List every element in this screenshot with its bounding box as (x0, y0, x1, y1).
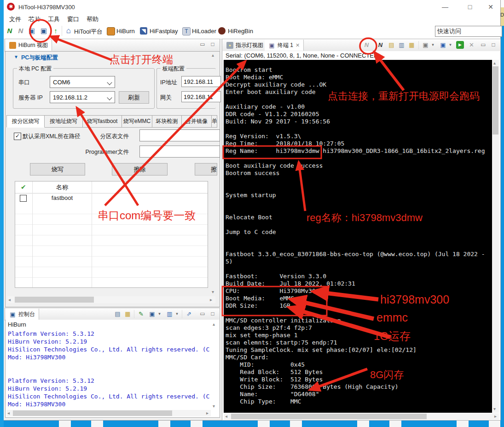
hiburn-panel-minimize-icon[interactable]: ▭ (198, 41, 207, 47)
burn-button[interactable]: 烧写 (30, 163, 85, 175)
terminal-screen[interactable]: Bootrom start Boot Media: eMMC Decrypt a… (224, 60, 492, 413)
section-collapse-icon[interactable]: ▼ (14, 54, 18, 59)
board-ip-input[interactable]: 192.168.11 (181, 76, 221, 87)
menu-help[interactable]: 帮助 (87, 15, 98, 23)
hiregbin-button[interactable]: HiRegBin (228, 28, 253, 35)
vscroll-thumb[interactable] (492, 66, 498, 135)
tab-burn-by-partition[interactable]: 按分区烧写 (6, 115, 45, 128)
terminal-view-icon: ▣ (268, 42, 275, 49)
chevron-down-icon[interactable]: ▾ (156, 310, 163, 317)
hiburn-button[interactable]: HiBurn (116, 28, 135, 35)
tab-clipped[interactable]: 单 (212, 115, 217, 128)
scroll-right-arrow[interactable]: ▸ (494, 414, 497, 419)
scroll-lock-icon[interactable]: ▦ (124, 310, 131, 317)
lock-terminal-icon[interactable]: ▦ (408, 41, 415, 48)
menu-file[interactable]: 文件 (9, 15, 21, 23)
terminate-icon[interactable]: ✕ (468, 41, 475, 48)
hiburn-panel-maximize-icon[interactable]: □ (209, 41, 217, 47)
scroll-left-arrow[interactable]: ◂ (7, 410, 10, 415)
toolbar-separator (418, 41, 419, 49)
tab-burn-emmc[interactable]: 烧写eMMC (122, 115, 152, 128)
select-all-check-icon[interactable]: ✔ (21, 183, 26, 191)
open-console-icon[interactable]: ▥ (166, 310, 173, 317)
titlebar[interactable]: ✱ HiTool-Hi3798MV300 — □ ✕ (4, 0, 500, 14)
tab-terminal-1[interactable]: ▣ 终端 1 ✕ (265, 40, 304, 51)
tab-burn-fastboot[interactable]: 烧写fastboot (83, 115, 122, 128)
display-console-icon[interactable]: ▣ (149, 310, 156, 317)
hiburn-hscrollbar[interactable]: ◂ ▸ (7, 296, 215, 303)
terminal-disconnect-icon[interactable]: N (363, 41, 370, 48)
scroll-up-arrow[interactable]: ▴ (213, 322, 215, 327)
terminal-minimize-icon[interactable]: ▭ (479, 41, 487, 48)
network-config-icon[interactable]: ▣ (28, 27, 36, 35)
gateway-input[interactable]: 192.168.11 (181, 91, 221, 102)
window-close-button[interactable]: ✕ (484, 2, 498, 12)
chevron-down-icon[interactable]: ▾ (447, 41, 454, 48)
hscroll-thumb[interactable] (15, 297, 94, 303)
scroll-up-arrow[interactable]: ▴ (493, 60, 496, 65)
menu-window[interactable]: 窗口 (67, 15, 79, 23)
scroll-left-arrow[interactable]: ◂ (8, 297, 11, 302)
scroll-down-arrow[interactable]: ▾ (493, 406, 496, 411)
scroll-up-arrow[interactable]: ▴ (212, 53, 214, 58)
window-maximize-button[interactable]: □ (463, 2, 477, 12)
clear-console-icon[interactable]: ▤ (114, 310, 121, 317)
hitool-platform-icon[interactable]: ⌂ (64, 27, 73, 35)
partition-file-input[interactable] (139, 129, 220, 141)
console-minimize-icon[interactable]: ▭ (198, 310, 207, 317)
window-minimize-button[interactable]: — (438, 2, 452, 12)
copy-output-icon[interactable]: ▥ (398, 41, 405, 48)
hitool-platform-button[interactable]: HiTool平台 (74, 28, 103, 36)
terminal-connect-icon[interactable]: N (377, 41, 384, 48)
table-row[interactable]: fastboot (15, 193, 208, 204)
hscroll-thumb[interactable] (13, 410, 172, 416)
close-tab-icon[interactable]: ✕ (295, 42, 300, 48)
pin-console-icon[interactable]: ✎ (138, 310, 145, 317)
disconnect-icon[interactable]: N (17, 27, 25, 35)
erase-button[interactable]: 擦除 (112, 163, 168, 175)
console-hscrollbar[interactable]: ◂ ▸ (6, 410, 211, 416)
tab-console[interactable]: ▣ 控制台 (6, 309, 39, 320)
row-checkbox[interactable] (20, 195, 27, 202)
terminal-settings-grid-icon[interactable]: ▤ (388, 41, 395, 48)
open-terminal-icon[interactable]: ▣ (40, 27, 48, 35)
tab-merge-image[interactable]: 合并镜像 (182, 115, 212, 128)
quick-access-input[interactable] (435, 26, 502, 37)
tab-hiburn-view[interactable]: HiBurn 视图 (6, 40, 52, 51)
scroll-right-arrow[interactable]: ▸ (210, 297, 212, 302)
console-maximize-icon[interactable]: □ (209, 310, 217, 317)
refresh-button[interactable]: 刷新 (119, 91, 149, 104)
table-header-row: ✔ 名称 (15, 181, 208, 193)
tab-burn-by-address[interactable]: 按地址烧写 (45, 115, 83, 128)
gateway-value: 192.168.11 (184, 94, 213, 100)
connect-icon[interactable]: N (6, 27, 14, 35)
server-ip-combo[interactable]: 192.168.11.2 (50, 91, 115, 103)
hiloader-button[interactable]: HiLoader (192, 28, 216, 35)
export-log-icon[interactable]: ⇗ (185, 310, 192, 317)
clipped-button[interactable]: 擦 (195, 163, 217, 175)
scroll-right-arrow[interactable]: ▸ (206, 410, 209, 415)
name-column-header[interactable]: 名称 (33, 183, 92, 192)
programmer-file-input[interactable] (139, 146, 220, 158)
xml-path-checkbox[interactable]: ✓ (14, 133, 21, 140)
terminal-vscrollbar[interactable]: ▴ ▾ (492, 60, 499, 413)
run-icon[interactable]: ▶ (456, 41, 464, 49)
chevron-down-icon[interactable]: ▾ (174, 310, 180, 317)
section-header[interactable]: PC与板端配置 (21, 54, 58, 62)
tab-bad-block-check[interactable]: 坏块检测 (152, 115, 182, 128)
hifastplay-button[interactable]: HiFastplay (150, 28, 178, 35)
chevron-down-icon[interactable]: ▾ (429, 41, 436, 48)
menu-tools[interactable]: 工具 (48, 15, 60, 23)
terminal-hscrollbar[interactable]: ◂ ▸ (224, 413, 499, 420)
scroll-left-arrow[interactable]: ◂ (225, 414, 227, 419)
hscroll-thumb[interactable] (231, 414, 427, 419)
menu-chip[interactable]: 芯片 (29, 15, 41, 23)
tab-indicator-view[interactable]: ● 指示灯视图 (223, 40, 267, 51)
scroll-down-arrow[interactable]: ▾ (213, 404, 215, 409)
serial-port-combo[interactable]: COM6 (50, 76, 115, 88)
terminal-properties-icon[interactable]: ▣ (422, 41, 429, 48)
terminal-maximize-icon[interactable]: □ (489, 41, 498, 48)
upload-icon[interactable]: ↑ (52, 27, 60, 35)
scroll-down-arrow[interactable]: ▾ (212, 289, 214, 294)
new-terminal-icon[interactable]: ▣ (440, 41, 446, 48)
